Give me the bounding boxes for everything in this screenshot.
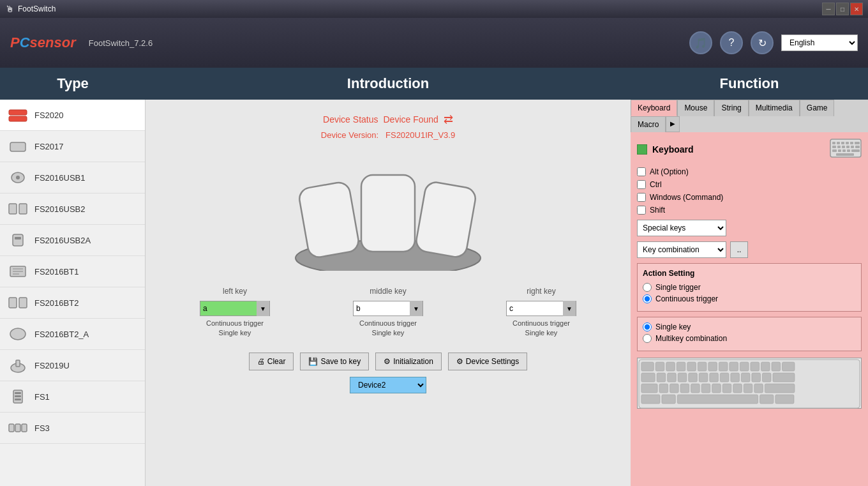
sidebar-item-fs2020[interactable]: FS2020 (0, 100, 145, 131)
tab-game[interactable]: Game (800, 100, 835, 116)
svg-rect-43 (838, 149, 841, 152)
help-button[interactable]: ? (720, 31, 743, 54)
sidebar-item-fs2017[interactable]: FS2017 (0, 131, 145, 162)
svg-rect-78 (670, 384, 679, 393)
save-to-key-button[interactable]: 💾 Save to key (300, 353, 369, 370)
svg-rect-1 (9, 116, 27, 121)
svg-rect-47 (836, 153, 854, 156)
action-setting-title: Action Setting (643, 269, 856, 278)
svg-rect-24 (22, 424, 27, 432)
svg-rect-30 (832, 142, 835, 144)
svg-rect-73 (752, 373, 761, 382)
fs2016bt2-label: FS2016BT2 (34, 298, 79, 308)
sidebar-item-fs2016bt2a[interactable]: FS2016BT2_A (0, 319, 145, 350)
svg-rect-58 (740, 362, 749, 371)
fs3-icon (8, 418, 28, 438)
device-settings-button[interactable]: ⚙ Device Settings (448, 353, 527, 370)
fs2016usb2a-label: FS2016USB2A (34, 236, 91, 245)
clear-icon: 🖨 (257, 357, 265, 366)
sidebar-item-fs2016usb1[interactable]: FS2016USB1 (0, 162, 145, 194)
svg-rect-59 (751, 362, 760, 371)
maximize-button[interactable]: □ (836, 3, 849, 15)
app-icon: 🖱 (5, 4, 14, 14)
svg-rect-40 (851, 146, 854, 148)
key-combination-select[interactable]: Key combination (637, 241, 726, 258)
windows-checkbox[interactable] (637, 193, 646, 202)
svg-rect-84 (733, 384, 742, 393)
keyboard-preview (637, 358, 862, 409)
modifier-shift: Shift (637, 206, 862, 215)
key-labels-row: left key middle key right key (158, 287, 618, 296)
modifier-windows: Windows (Command) (637, 193, 862, 202)
sidebar-item-fs2019u[interactable]: FS2019U (0, 350, 145, 381)
right-key-arrow[interactable]: ▼ (563, 301, 576, 316)
fs2019u-label: FS2019U (34, 361, 70, 370)
midi-button[interactable]: 🎵 (689, 31, 712, 54)
sidebar-item-fs3[interactable]: FS3 (0, 413, 145, 444)
action-buttons: 🖨 Clear 💾 Save to key ⚙ Initialization ⚙… (249, 353, 527, 370)
single-trigger-row: Single trigger (643, 283, 856, 292)
multikey-radio[interactable] (643, 334, 652, 343)
middle-key-arrow[interactable]: ▼ (410, 301, 423, 316)
tab-multimedia[interactable]: Multimedia (749, 100, 800, 116)
svg-rect-52 (677, 362, 685, 371)
left-key-label: left key (200, 287, 270, 296)
continuous-trigger-radio[interactable] (643, 294, 652, 303)
sidebar-item-fs2016bt2[interactable]: FS2016BT2 (0, 287, 145, 319)
tab-string[interactable]: String (714, 100, 748, 116)
sidebar-item-fs2016bt1[interactable]: FS2016BT1 (0, 256, 145, 287)
device-version: Device Version: FS2020U1IR_V3.9 (321, 130, 455, 140)
sidebar-item-fs2016usb2a[interactable]: FS2016USB2A (0, 225, 145, 256)
svg-rect-75 (773, 373, 795, 382)
titlebar-left: 🖱 FootSwitch (5, 4, 56, 14)
key-combo-button[interactable]: .. (730, 241, 748, 258)
tab-keyboard[interactable]: Keyboard (631, 100, 677, 116)
ctrl-label: Ctrl (650, 180, 662, 189)
svg-rect-80 (691, 384, 700, 393)
shift-label: Shift (650, 206, 665, 215)
shift-checkbox[interactable] (637, 206, 646, 215)
svg-rect-41 (855, 146, 860, 148)
device-select[interactable]: Device1 Device2 Device3 (350, 377, 426, 393)
svg-rect-22 (9, 424, 14, 432)
svg-rect-46 (851, 149, 860, 152)
left-key-wrap: a ▼ Continuous trigger Single key (200, 301, 270, 338)
intro-header: Introduction (146, 68, 631, 100)
svg-rect-76 (641, 384, 657, 393)
language-selector[interactable]: English Chinese German (781, 34, 858, 51)
tab-mouse[interactable]: Mouse (677, 100, 714, 116)
alt-checkbox[interactable] (637, 167, 646, 176)
fs1-label: FS1 (34, 392, 50, 402)
tab-scroll-arrow[interactable]: ▶ (666, 116, 680, 132)
minimize-button[interactable]: ─ (822, 3, 835, 15)
refresh-button[interactable]: ↻ (751, 31, 774, 54)
middle-key-dropdown[interactable]: b ▼ (353, 301, 423, 316)
left-key-dropdown[interactable]: a ▼ (200, 301, 270, 316)
ctrl-checkbox[interactable] (637, 180, 646, 189)
close-button[interactable]: ✕ (850, 3, 863, 15)
fs2017-icon (8, 136, 28, 156)
device-status: Device Status Device Found ⇄ (323, 112, 453, 126)
svg-rect-60 (761, 362, 770, 371)
svg-rect-32 (841, 142, 844, 144)
help-icon: ? (729, 37, 735, 49)
tab-macro[interactable]: Macro (631, 116, 666, 132)
left-key-arrow[interactable]: ▼ (257, 301, 269, 316)
device-selector[interactable]: Device1 Device2 Device3 (350, 377, 426, 393)
titlebar: 🖱 FootSwitch ─ □ ✕ (0, 0, 868, 18)
svg-rect-90 (677, 395, 758, 404)
initialization-button[interactable]: ⚙ Initialization (375, 353, 442, 370)
clear-button[interactable]: 🖨 Clear (249, 353, 294, 370)
function-panel: Keyboard Mouse String Multimedia Game Ma… (631, 100, 868, 486)
single-trigger-radio[interactable] (643, 283, 652, 292)
sidebar-item-fs1[interactable]: FS1 (0, 381, 145, 413)
single-key-radio[interactable] (643, 323, 652, 331)
svg-rect-49 (641, 362, 654, 371)
special-keys-select[interactable]: Special keys F1 F2 F3 Escape Tab Enter (637, 220, 726, 236)
right-key-dropdown[interactable]: c ▼ (506, 301, 576, 316)
multikey-row: Multikey combination (643, 334, 856, 343)
svg-rect-8 (15, 237, 21, 239)
sidebar-item-fs2016usb2[interactable]: FS2016USB2 (0, 194, 145, 225)
svg-rect-36 (832, 146, 836, 148)
single-trigger-label: Single trigger (655, 283, 701, 292)
